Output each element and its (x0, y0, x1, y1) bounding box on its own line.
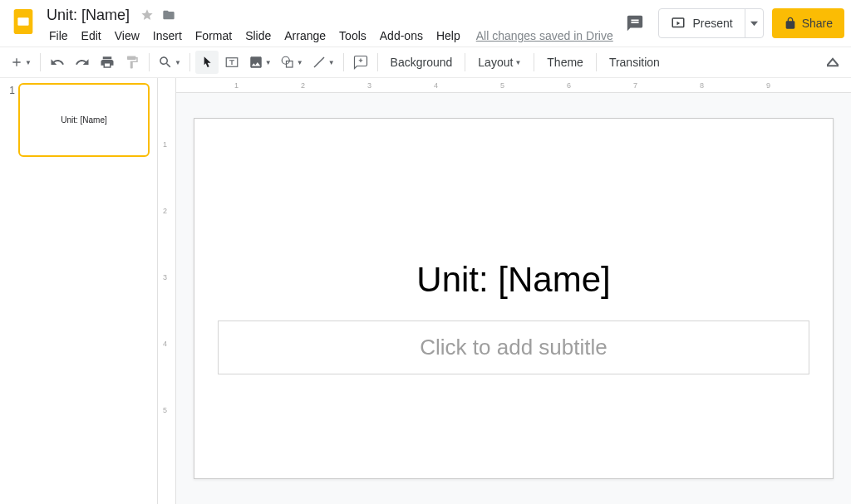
present-icon (671, 16, 686, 31)
comment-tool[interactable] (349, 51, 372, 74)
ruler-tick-label: 5 (163, 406, 167, 414)
ruler-tick-label: 2 (301, 81, 305, 90)
menu-insert[interactable]: Insert (147, 26, 188, 46)
caret-down-icon (750, 20, 758, 27)
transition-button[interactable]: Transition (602, 51, 667, 74)
slide[interactable]: Unit: [Name] Click to add subtitle (194, 118, 834, 479)
layout-label: Layout (478, 56, 513, 69)
app-header: Unit: [Name] File Edit View Insert Forma… (0, 0, 851, 46)
redo-icon (75, 55, 90, 70)
ruler-tick-label: 8 (700, 81, 704, 90)
line-tool[interactable]: ▼ (308, 51, 338, 74)
ruler-tick-label: 6 (567, 81, 571, 90)
header-right: Present Share (620, 8, 844, 38)
caret-down-icon: ▼ (25, 59, 32, 66)
canvas-area[interactable]: Unit: [Name] Click to add subtitle (176, 93, 851, 504)
menu-help[interactable]: Help (430, 26, 466, 46)
lock-icon (784, 17, 797, 30)
shape-tool[interactable]: ▼ (277, 51, 307, 74)
zoom-icon (158, 55, 173, 70)
present-options-dropdown[interactable] (745, 9, 763, 37)
slide-title-textbox[interactable]: Unit: [Name] (416, 260, 610, 300)
menu-slide[interactable]: Slide (239, 26, 277, 46)
menu-arrange[interactable]: Arrange (278, 26, 332, 46)
ruler-tick-label: 5 (500, 81, 504, 90)
ruler-tick-label: 2 (163, 207, 167, 215)
workspace: 1 Unit: [Name] 1 2 3 4 5 1 2 3 4 5 6 7 8… (0, 78, 851, 504)
caret-down-icon: ▼ (175, 59, 181, 66)
ruler-tick-label: 4 (434, 81, 438, 90)
ruler-tick-label: 9 (766, 81, 770, 90)
ruler-tick-label: 3 (163, 273, 167, 281)
folder-icon[interactable] (161, 7, 176, 22)
thumb-item[interactable]: 1 Unit: [Name] (0, 83, 157, 164)
image-icon (248, 55, 263, 70)
ruler-tick-label: 3 (367, 81, 371, 90)
star-icon[interactable] (140, 7, 155, 22)
toolbar-separator (343, 53, 344, 71)
undo-icon (50, 55, 65, 70)
add-comment-icon (353, 55, 368, 70)
background-button[interactable]: Background (383, 51, 460, 74)
collapse-toolbar-button[interactable] (821, 51, 844, 74)
print-button[interactable] (96, 51, 119, 74)
save-status: All changes saved in Drive (476, 29, 613, 42)
ruler-tick-label: 1 (234, 81, 239, 90)
filmstrip[interactable]: 1 Unit: [Name] (0, 78, 158, 504)
caret-down-icon: ▼ (297, 59, 303, 66)
toolbar-separator (149, 53, 150, 71)
share-button[interactable]: Share (772, 8, 844, 38)
comments-button[interactable] (620, 8, 650, 38)
ruler-tick-label: 1 (163, 140, 167, 149)
title-area: Unit: [Name] File Edit View Insert Forma… (43, 5, 620, 46)
menu-format[interactable]: Format (189, 26, 238, 46)
caret-down-icon: ▼ (328, 59, 335, 66)
zoom-button[interactable]: ▼ (155, 51, 184, 74)
paint-format-button[interactable] (121, 51, 144, 74)
layout-button[interactable]: Layout ▼ (470, 51, 529, 74)
caret-down-icon: ▼ (265, 59, 272, 66)
menu-file[interactable]: File (43, 26, 74, 46)
select-tool[interactable] (195, 51, 219, 74)
ruler-tick-label: 7 (633, 81, 637, 90)
slides-logo[interactable] (8, 7, 38, 37)
textbox-tool[interactable] (220, 51, 243, 74)
present-label: Present (692, 17, 732, 30)
menu-addons[interactable]: Add-ons (374, 26, 429, 46)
toolbar: ▼ ▼ ▼ ▼ ▼ Background Layout ▼ (0, 46, 851, 78)
shape-icon (280, 55, 295, 70)
toolbar-separator (189, 53, 190, 71)
print-icon (100, 55, 115, 70)
menu-view[interactable]: View (109, 26, 145, 46)
undo-button[interactable] (46, 51, 69, 74)
slides-icon (9, 7, 37, 36)
slide-thumbnail[interactable]: Unit: [Name] (18, 83, 150, 157)
slide-subtitle-textbox[interactable]: Click to add subtitle (218, 321, 809, 374)
editor: 1 2 3 4 5 1 2 3 4 5 6 7 8 9 Unit: [Name]… (158, 78, 851, 504)
image-tool[interactable]: ▼ (245, 51, 275, 74)
thumb-number: 1 (3, 83, 15, 96)
ruler-tick-label: 4 (163, 340, 167, 348)
plus-icon (10, 56, 23, 69)
redo-button[interactable] (71, 51, 94, 74)
line-icon (312, 55, 327, 70)
toolbar-separator (40, 53, 41, 71)
menu-tools[interactable]: Tools (333, 26, 372, 46)
new-slide-button[interactable]: ▼ (7, 51, 35, 74)
vertical-ruler: 1 2 3 4 5 (158, 78, 176, 504)
caret-down-icon: ▼ (514, 59, 521, 66)
svg-rect-1 (17, 17, 28, 25)
toolbar-separator (534, 53, 534, 71)
toolbar-separator (465, 53, 465, 71)
share-label: Share (802, 17, 833, 30)
svg-point-4 (282, 56, 289, 64)
menu-bar: File Edit View Insert Format Slide Arran… (43, 25, 620, 46)
paint-roller-icon (125, 55, 140, 70)
toolbar-separator (596, 53, 597, 71)
comment-icon (626, 14, 644, 32)
chevron-up-icon (827, 56, 839, 68)
theme-button[interactable]: Theme (539, 51, 591, 74)
document-title[interactable]: Unit: [Name] (43, 5, 133, 26)
menu-edit[interactable]: Edit (76, 26, 107, 46)
present-button[interactable]: Present (659, 16, 744, 31)
